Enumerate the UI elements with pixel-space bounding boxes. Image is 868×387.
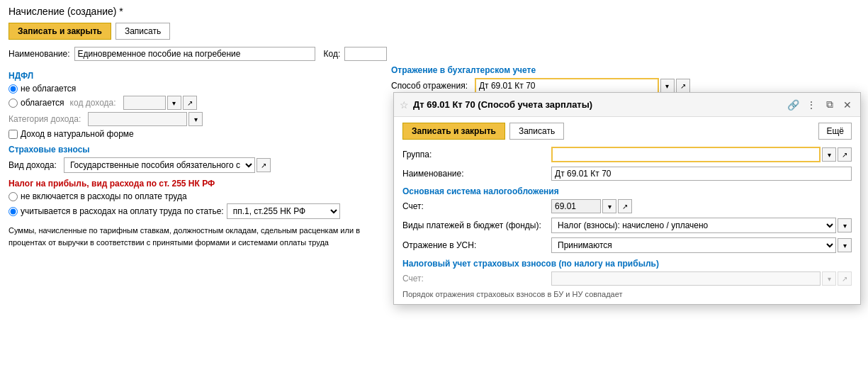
modal-usn-row: Отражение в УСН: Принимаются ▾ <box>402 237 852 253</box>
ndfl-ne-oblagaetsya-radio[interactable] <box>9 84 18 94</box>
modal-vidy-label: Виды платежей в бюджет (фонды): <box>402 220 551 230</box>
modal-usn-dropdown-btn[interactable]: ▾ <box>838 238 852 252</box>
save-close-button[interactable]: Записать и закрыть <box>9 23 111 40</box>
modal-naim-input[interactable] <box>551 167 852 181</box>
modal-nalog-uchet-title: Налоговый учет страховых взносов (по нал… <box>402 259 852 269</box>
modal-gruppa-label: Группа: <box>402 150 551 159</box>
ndfl-oblagaetsya-radio[interactable] <box>9 99 18 108</box>
modal-schet-nu-input-group: ▾ ↗ <box>551 271 852 286</box>
sposob-label: Способ отражения: <box>391 81 468 91</box>
modal-schet-label: Счет: <box>402 201 551 211</box>
modal-save-button[interactable]: Записать <box>509 123 564 140</box>
modal-star-icon[interactable]: ☆ <box>400 99 409 111</box>
page-title: Начисление (создание) * <box>9 6 859 17</box>
modal-toolbar: Записать и закрыть Записать Ещё <box>402 123 852 140</box>
statya-select[interactable]: пп.1, ст.255 НК РФ <box>227 203 340 219</box>
nalog-uchit-label: учитывается в расходах на оплату труда п… <box>21 206 224 216</box>
kategoriya-dropdown-btn[interactable]: ▾ <box>188 112 203 126</box>
modal-gruppa-dropdown-btn[interactable]: ▾ <box>822 147 836 162</box>
kod-dohoda-open-btn[interactable]: ↗ <box>183 96 197 110</box>
bottom-description: Суммы, начисленные по тарифным ставкам, … <box>9 225 384 248</box>
modal-titlebar: ☆ Дт 69.01 Кт 70 (Способ учета зарплаты)… <box>394 93 860 117</box>
modal-bottom-note: Порядок отражения страховых взносов в БУ… <box>402 290 852 298</box>
naimenovanie-row: Наименование: Код: <box>9 47 859 61</box>
modal-naim-label: Наименование: <box>402 169 551 179</box>
modal-body: Записать и закрыть Записать Ещё Группа: … <box>394 117 860 304</box>
modal-eshche-button[interactable]: Ещё <box>818 123 852 140</box>
modal-vidy-select[interactable]: Налог (взносы): начислено / уплачено <box>551 218 836 233</box>
modal-gruppa-row: Группа: ▾ ↗ <box>402 147 852 162</box>
main-toolbar: Записать и закрыть Записать <box>9 23 859 40</box>
strahovye-section-title: Страховые взносы <box>9 145 384 155</box>
save-button[interactable]: Записать <box>115 23 170 40</box>
modal-link-icon[interactable]: 🔗 <box>787 99 799 111</box>
modal-restore-icon[interactable]: ⧉ <box>823 97 836 112</box>
ndfl-section-title: НДФЛ <box>9 71 384 81</box>
nalog-ne-vkl-row: не включается в расходы по оплате труда <box>9 191 384 201</box>
kategoriya-input[interactable] <box>88 112 187 126</box>
right-column: Отражение в бухгалтерском учете Способ о… <box>391 65 859 94</box>
modal-schet-nu-row: Счет: ▾ ↗ <box>402 271 852 286</box>
otrazhenie-section-title: Отражение в бухгалтерском учете <box>391 65 859 75</box>
ndfl-oblagaetsya-label: облагается <box>21 98 64 108</box>
naimenovanie-input[interactable] <box>74 47 315 61</box>
modal-schet-nu-dropdown-btn[interactable]: ▾ <box>822 271 836 286</box>
modal-usn-select[interactable]: Принимаются <box>551 237 836 253</box>
nalog-uchit-row: учитывается в расходах на оплату труда п… <box>9 203 384 219</box>
kod-dohoda-label: код дохода: <box>70 98 116 108</box>
sposob-input[interactable] <box>475 78 659 94</box>
modal-gruppa-input-group: ▾ ↗ <box>551 147 852 162</box>
modal-gruppa-open-btn[interactable]: ↗ <box>838 147 852 162</box>
modal-vidy-input-group: Налог (взносы): начислено / уплачено ▾ <box>551 218 852 233</box>
kod-label: Код: <box>324 49 341 59</box>
kod-dohoda-input[interactable] <box>123 96 166 110</box>
modal-title: Дт 69.01 Кт 70 (Способ учета зарплаты) <box>413 99 783 110</box>
dohod-nat-forme-checkbox[interactable] <box>9 130 18 139</box>
modal-menu-icon[interactable]: ⋮ <box>804 98 819 112</box>
modal-naim-row: Наименование: <box>402 167 852 181</box>
kategoriya-label: Категория дохода: <box>9 114 81 124</box>
ndfl-oblagaetsya-row: облагается код дохода: ▾ ↗ <box>9 96 384 110</box>
nalog-ne-vkl-radio[interactable] <box>9 192 18 201</box>
modal-schet-dropdown-btn[interactable]: ▾ <box>602 199 616 213</box>
sposob-row: Способ отражения: ▾ ↗ <box>391 78 859 94</box>
nalog-uchit-radio[interactable] <box>9 207 18 216</box>
vid-dohoda-select[interactable]: Государственные пособия обязательного со… <box>64 157 255 173</box>
modal-save-close-button[interactable]: Записать и закрыть <box>402 123 505 140</box>
modal-vidy-row: Виды платежей в бюджет (фонды): Налог (в… <box>402 218 852 233</box>
modal-schet-open-btn[interactable]: ↗ <box>618 199 632 213</box>
modal-schet-input-group: ▾ ↗ <box>551 199 852 213</box>
vid-dohoda-open-btn[interactable]: ↗ <box>257 158 271 172</box>
kategoriya-row: Категория дохода: ▾ <box>9 112 384 126</box>
modal-osnovnaya-title: Основная система налогообложения <box>402 186 852 196</box>
modal-close-icon[interactable]: ✕ <box>840 98 855 112</box>
modal-schet-row: Счет: ▾ ↗ <box>402 199 852 213</box>
nalog-section-title: Налог на прибыль, вид расхода по ст. 255… <box>9 179 384 189</box>
modal-dialog: ☆ Дт 69.01 Кт 70 (Способ учета зарплаты)… <box>393 92 861 305</box>
modal-usn-input-group: Принимаются ▾ <box>551 237 852 253</box>
vid-dohoda-label: Вид дохода: <box>9 160 57 170</box>
left-column: НДФЛ не облагается облагается код дохода… <box>9 65 384 248</box>
modal-vidy-dropdown-btn[interactable]: ▾ <box>838 218 852 232</box>
modal-schet-input[interactable] <box>551 199 601 213</box>
kod-input[interactable] <box>344 47 387 61</box>
sposob-dropdown-btn[interactable]: ▾ <box>660 79 675 93</box>
modal-usn-label: Отражение в УСН: <box>402 240 551 250</box>
modal-gruppa-input[interactable] <box>551 147 821 162</box>
modal-schet-nu-open-btn[interactable]: ↗ <box>838 271 852 286</box>
kod-dohoda-dropdown-btn[interactable]: ▾ <box>167 96 181 110</box>
modal-schet-nu-label: Счет: <box>402 274 551 284</box>
sposob-open-btn[interactable]: ↗ <box>676 79 690 93</box>
modal-schet-nu-input[interactable] <box>551 271 821 286</box>
ndfl-ne-oblagaetsya-label: не облагается <box>21 84 76 94</box>
dohod-nat-forme-row: Доход в натуральной форме <box>9 129 384 139</box>
naimenovanie-label: Наименование: <box>9 49 70 59</box>
nalog-ne-vkl-label: не включается в расходы по оплате труда <box>21 191 187 201</box>
ndfl-ne-oblagaetsya-row: не облагается <box>9 84 384 94</box>
dohod-nat-forme-label: Доход в натуральной форме <box>21 129 134 139</box>
vid-dohoda-row: Вид дохода: Государственные пособия обяз… <box>9 157 384 173</box>
